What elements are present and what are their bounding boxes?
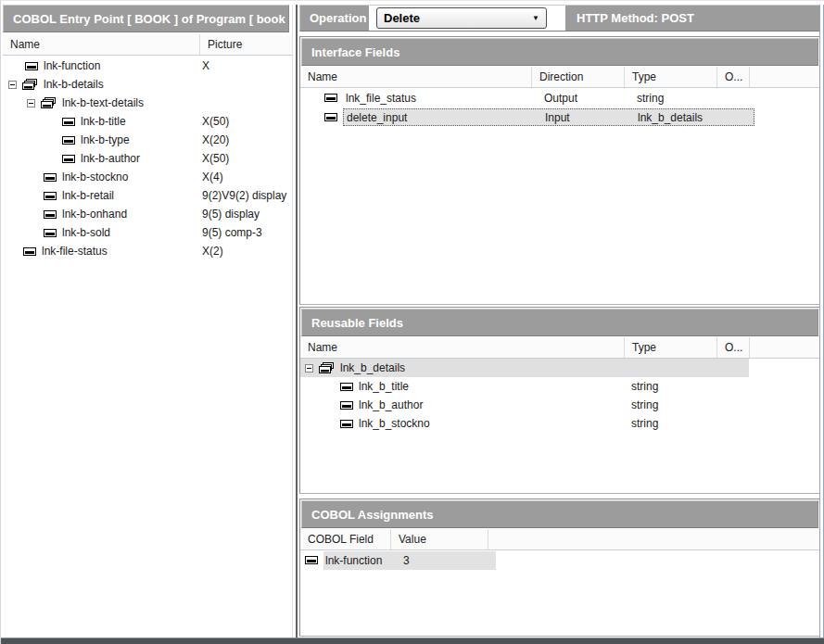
- tree-row[interactable]: lnk-b-title X(50): [3, 112, 293, 131]
- field-name: delete_input: [347, 111, 407, 124]
- field-icon: [62, 155, 75, 163]
- tree-row[interactable]: lnk-b-stockno X(4): [3, 168, 293, 186]
- column-header-name: Name: [300, 67, 532, 87]
- picture-value: 9(5) comp-3: [202, 226, 262, 239]
- reusable-fields-column-header: Name Type O...: [300, 337, 819, 359]
- field-name: lnk_b_author: [359, 398, 423, 411]
- field-icon: [340, 420, 353, 428]
- column-header-type: Type: [625, 337, 717, 358]
- tree-item-label: lnk-b-retail: [62, 189, 114, 202]
- field-type: string: [631, 380, 658, 393]
- interface-fields-column-header: Name Direction Type O...: [300, 67, 819, 88]
- tree-item-label: lnk-b-author: [81, 152, 140, 165]
- tree-row[interactable]: lnk-b-type X(20): [3, 131, 293, 149]
- cobol-assignment-cells: lnk-function 3: [323, 551, 496, 570]
- field-icon: [25, 62, 38, 70]
- collapse-toggle-icon[interactable]: [8, 81, 17, 89]
- tree-item-label: lnk-b-title: [81, 115, 126, 128]
- field-type: string: [631, 417, 658, 430]
- tree-row[interactable]: lnk-file-status X(2): [3, 242, 293, 260]
- tree-row[interactable]: lnk-b-sold 9(5) comp-3: [3, 223, 293, 242]
- collapse-toggle-icon[interactable]: [305, 364, 313, 373]
- tree-row[interactable]: lnk-b-text-details: [3, 94, 293, 112]
- column-header-picture: Picture: [200, 34, 293, 55]
- column-header-type: Type: [625, 67, 717, 87]
- interface-field-cells: delete_input Input lnk_b_details: [343, 108, 754, 126]
- field-direction: Output: [544, 92, 577, 105]
- interface-field-row-selected[interactable]: delete_input Input lnk_b_details: [300, 107, 819, 127]
- reusable-fields-section: Reusable Fields Name Type O... lnk_b_det…: [299, 307, 820, 494]
- tree-item-label: lnk-b-stockno: [62, 170, 128, 183]
- field-icon: [324, 113, 337, 121]
- field-name: lnk_b_title: [359, 380, 409, 393]
- tree-row[interactable]: lnk-b-retail 9(2)V9(2) display: [3, 186, 293, 205]
- tree-row[interactable]: lnk-b-details: [3, 75, 293, 94]
- group-icon: [319, 362, 335, 373]
- group-icon: [22, 79, 38, 90]
- operation-label: Operation: [310, 6, 366, 31]
- collapse-toggle-icon[interactable]: [27, 99, 35, 107]
- interface-field-row[interactable]: lnk_file_status Output string: [300, 88, 819, 107]
- mapping-detail-panel: Operation Delete ▼ HTTP Method: POST Int…: [299, 1, 820, 638]
- reusable-field-row[interactable]: lnk_b_title string: [300, 377, 819, 396]
- chevron-down-icon: ▼: [532, 14, 539, 22]
- field-icon: [324, 94, 337, 102]
- field-icon: [305, 556, 318, 564]
- field-icon: [62, 118, 75, 126]
- tree-row[interactable]: lnk-b-author X(50): [3, 149, 293, 168]
- tree-row[interactable]: lnk-function X: [3, 57, 293, 75]
- field-icon: [340, 401, 353, 410]
- bottom-status-bar: [1, 638, 824, 644]
- operation-bar: Operation Delete ▼ HTTP Method: POST: [299, 5, 820, 32]
- column-header-more: O...: [717, 337, 750, 358]
- cobol-field-name: lnk-function: [325, 554, 382, 567]
- tree-item-label: lnk-b-sold: [62, 226, 110, 239]
- left-panel-title: COBOL Entry Point [ BOOK ] of Program [ …: [3, 5, 289, 32]
- cobol-assignments-column-header: COBOL Field Value: [300, 529, 819, 550]
- cobol-entry-point-panel: COBOL Entry Point [ BOOK ] of Program [ …: [3, 5, 292, 638]
- column-header-filler: [750, 67, 819, 87]
- cobol-assignment-row[interactable]: lnk-function 3: [300, 550, 819, 570]
- picture-value: X(20): [202, 133, 229, 146]
- field-icon: [340, 383, 353, 391]
- reusable-fields-title: Reusable Fields: [301, 309, 818, 336]
- tree-row[interactable]: lnk-b-onhand 9(5) display: [3, 205, 293, 223]
- field-type: string: [637, 92, 664, 105]
- interface-fields-title: Interface Fields: [301, 38, 818, 66]
- column-header-name: Name: [3, 34, 200, 55]
- tree-item-label: lnk-file-status: [42, 245, 108, 258]
- field-type: lnk_b_details: [638, 111, 703, 124]
- reusable-field-row-highlighted[interactable]: lnk_b_details: [300, 359, 819, 377]
- column-header-value: Value: [391, 529, 488, 549]
- field-icon: [44, 210, 57, 219]
- column-header-name: Name: [300, 337, 625, 358]
- picture-value: X(4): [202, 170, 223, 183]
- interface-field-cells: lnk_file_status Output string: [343, 89, 754, 107]
- tree-item-label: lnk-b-text-details: [62, 96, 144, 109]
- column-header-filler: [750, 337, 819, 358]
- right-scroll-strip[interactable]: [819, 5, 824, 638]
- operation-dropdown[interactable]: Delete ▼: [376, 7, 547, 29]
- column-header-filler: [488, 529, 819, 549]
- field-type: string: [631, 398, 658, 411]
- reusable-field-row[interactable]: lnk_b_stockno string: [300, 414, 819, 433]
- tree-item-label: lnk-function: [44, 59, 100, 72]
- picture-value: 9(2)V9(2) display: [202, 189, 286, 202]
- picture-value: 9(5) display: [202, 208, 260, 221]
- cobol-structure-tree: lnk-function X lnk-b-details lnk-b-text-…: [3, 57, 293, 260]
- reusable-field-row[interactable]: lnk_b_author string: [300, 396, 819, 414]
- field-icon: [44, 173, 57, 182]
- operation-dropdown-backdrop: Delete ▼: [369, 6, 565, 31]
- picture-value: X: [202, 59, 209, 72]
- panel-divider-highlight: [292, 5, 293, 638]
- interface-fields-section: Interface Fields Name Direction Type O..…: [299, 36, 820, 305]
- tree-item-label: lnk-b-details: [44, 78, 104, 91]
- field-icon: [44, 229, 57, 237]
- column-header-direction: Direction: [532, 67, 625, 87]
- picture-value: X(50): [202, 152, 229, 165]
- field-direction: Input: [545, 111, 570, 124]
- panel-splitter[interactable]: [296, 5, 298, 638]
- field-icon: [23, 247, 36, 256]
- tree-item-label: lnk-b-type: [81, 133, 130, 146]
- cobol-assignments-section: COBOL Assignments COBOL Field Value lnk-…: [299, 499, 820, 637]
